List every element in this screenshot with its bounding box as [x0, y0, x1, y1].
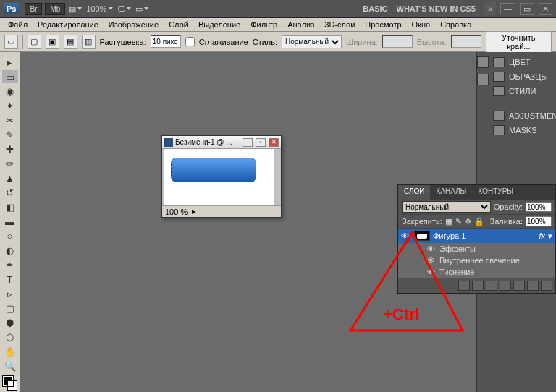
- zoom-dropdown[interactable]: 100%: [86, 4, 112, 13]
- selection-mode-sub[interactable]: ▤: [64, 35, 77, 49]
- current-tool-icon[interactable]: ▭: [4, 35, 18, 49]
- workspace-label[interactable]: BASIC: [363, 4, 387, 13]
- shape-selection[interactable]: [171, 158, 256, 182]
- panel-swatches[interactable]: ОБРАЗЦЫ: [489, 69, 556, 84]
- tab-paths[interactable]: КОНТУРЫ: [472, 185, 519, 200]
- extras-dropdown[interactable]: ▭: [135, 4, 148, 14]
- dock-history-icon[interactable]: [477, 56, 489, 68]
- close-icon[interactable]: ✕: [539, 3, 552, 15]
- arrange-dropdown[interactable]: ▦: [69, 4, 82, 14]
- wand-tool[interactable]: ✦: [2, 99, 18, 112]
- new-layer-icon[interactable]: [527, 281, 539, 291]
- panel-adjustments[interactable]: ADJUSTMENTS: [489, 108, 556, 123]
- brush-tool[interactable]: ✏: [2, 157, 18, 170]
- tab-channels[interactable]: КАНАЛЫ: [430, 185, 472, 200]
- visibility-icon[interactable]: 👁: [427, 256, 435, 265]
- minimize-icon[interactable]: —: [500, 3, 515, 14]
- lock-all-icon[interactable]: 🔒: [474, 217, 484, 226]
- heal-tool[interactable]: ✚: [2, 142, 18, 155]
- selection-mode-new[interactable]: ▢: [28, 35, 41, 49]
- blur-tool[interactable]: ○: [2, 229, 18, 242]
- dodge-tool[interactable]: ◐: [2, 244, 18, 257]
- group-icon[interactable]: [513, 281, 525, 291]
- bridge-button[interactable]: Br: [25, 3, 42, 15]
- antialias-checkbox[interactable]: [185, 37, 195, 46]
- menu-analysis[interactable]: Анализ: [282, 19, 319, 30]
- lasso-tool[interactable]: ◉: [2, 85, 18, 98]
- lock-move-icon[interactable]: ✥: [465, 217, 471, 226]
- 3d-cam-tool[interactable]: ⬡: [2, 331, 18, 344]
- menu-select[interactable]: Выделение: [193, 19, 245, 30]
- fx-expand-icon[interactable]: ▾: [548, 231, 552, 241]
- menu-view[interactable]: Просмотр: [360, 19, 406, 30]
- effects-row[interactable]: 👁Эффекты: [427, 243, 555, 255]
- history-tool[interactable]: ↺: [2, 186, 18, 199]
- menu-3d[interactable]: 3D-слои: [319, 19, 360, 30]
- screen-dropdown[interactable]: 🖵: [117, 4, 131, 13]
- layers-panel[interactable]: СЛОИ КАНАЛЫ КОНТУРЫ Нормальный Opacity: …: [397, 184, 556, 294]
- visibility-icon[interactable]: 👁: [427, 244, 435, 253]
- fx-badge[interactable]: fx: [539, 231, 545, 240]
- menu-window[interactable]: Окно: [407, 19, 436, 30]
- menu-image[interactable]: Изображение: [104, 19, 164, 30]
- document-window[interactable]: Безимени-1 @ ... _ ▫ ✕ 100 % ▸: [161, 135, 282, 218]
- fill-input[interactable]: [526, 216, 552, 226]
- doc-zoom[interactable]: 100 %: [165, 208, 188, 216]
- layer-thumb[interactable]: [414, 231, 430, 241]
- stamp-tool[interactable]: ▲: [2, 171, 18, 184]
- panel-masks[interactable]: MASKS: [489, 123, 556, 137]
- whatsnew-label[interactable]: WHAT'S NEW IN CS5: [397, 4, 476, 13]
- lock-position-icon[interactable]: ✎: [455, 217, 462, 226]
- inner-glow-row[interactable]: 👁Внутреннее свечение: [427, 255, 555, 266]
- visibility-icon[interactable]: 👁: [401, 231, 411, 240]
- zoom-tool[interactable]: 🔍: [2, 359, 18, 372]
- menu-layer[interactable]: Слой: [164, 19, 193, 30]
- doc-minimize-icon[interactable]: _: [243, 138, 253, 147]
- menu-filter[interactable]: Фильтр: [245, 19, 282, 30]
- adjustment-layer-icon[interactable]: [500, 281, 511, 291]
- doc-canvas[interactable]: [164, 149, 274, 205]
- color-swatch[interactable]: [3, 376, 17, 391]
- hand-tool[interactable]: ✋: [2, 345, 18, 358]
- doc-info-icon[interactable]: ▸: [192, 207, 196, 216]
- eyedropper-tool[interactable]: ✎: [2, 128, 18, 141]
- lock-pixels-icon[interactable]: ▦: [445, 217, 452, 226]
- menu-file[interactable]: Файл: [3, 19, 33, 30]
- crop-tool[interactable]: ✂: [2, 114, 18, 127]
- path-tool[interactable]: ▹: [2, 287, 18, 300]
- type-tool[interactable]: T: [2, 273, 18, 286]
- menu-edit[interactable]: Редактирование: [33, 19, 104, 30]
- doc-close-icon[interactable]: ✕: [269, 138, 279, 147]
- gradient-tool[interactable]: ▬: [2, 215, 18, 228]
- menu-help[interactable]: Справка: [435, 19, 476, 30]
- bevel-row[interactable]: 👁Тиснение: [427, 266, 555, 278]
- shape-tool[interactable]: ▢: [2, 302, 18, 315]
- opacity-input[interactable]: [526, 202, 552, 212]
- layer-row[interactable]: 👁 Фигура 1 fx▾: [398, 229, 555, 243]
- panel-styles[interactable]: СТИЛИ: [489, 84, 556, 98]
- panel-color[interactable]: ЦВЕТ: [489, 55, 556, 69]
- pen-tool[interactable]: ✒: [2, 258, 18, 271]
- selection-mode-intersect[interactable]: ▥: [82, 35, 96, 49]
- marquee-tool[interactable]: ▭: [2, 70, 18, 83]
- blend-mode-select[interactable]: Нормальный: [402, 201, 491, 213]
- layer-mask-icon[interactable]: [486, 281, 497, 291]
- eraser-tool[interactable]: ◧: [2, 200, 18, 213]
- layer-style-icon[interactable]: [472, 281, 484, 291]
- expand-button[interactable]: »: [484, 2, 496, 15]
- tab-layers[interactable]: СЛОИ: [398, 185, 430, 200]
- delete-layer-icon[interactable]: [541, 281, 552, 291]
- link-layers-icon[interactable]: [458, 281, 470, 291]
- feather-input[interactable]: [151, 35, 181, 48]
- dock-actions-icon[interactable]: [477, 74, 489, 85]
- layer-name[interactable]: Фигура 1: [433, 231, 466, 240]
- visibility-icon[interactable]: 👁: [427, 268, 435, 276]
- move-tool[interactable]: ▸: [2, 56, 18, 69]
- doc-maximize-icon[interactable]: ▫: [256, 138, 266, 147]
- style-select[interactable]: Нормальный: [282, 35, 342, 48]
- selection-mode-add[interactable]: ▣: [46, 35, 59, 49]
- minibridge-button[interactable]: Mb: [45, 3, 65, 15]
- 3d-tool[interactable]: ⬢: [2, 316, 18, 329]
- refine-edge-button[interactable]: Уточнить край...: [486, 31, 552, 53]
- maximize-icon[interactable]: ▭: [520, 3, 534, 15]
